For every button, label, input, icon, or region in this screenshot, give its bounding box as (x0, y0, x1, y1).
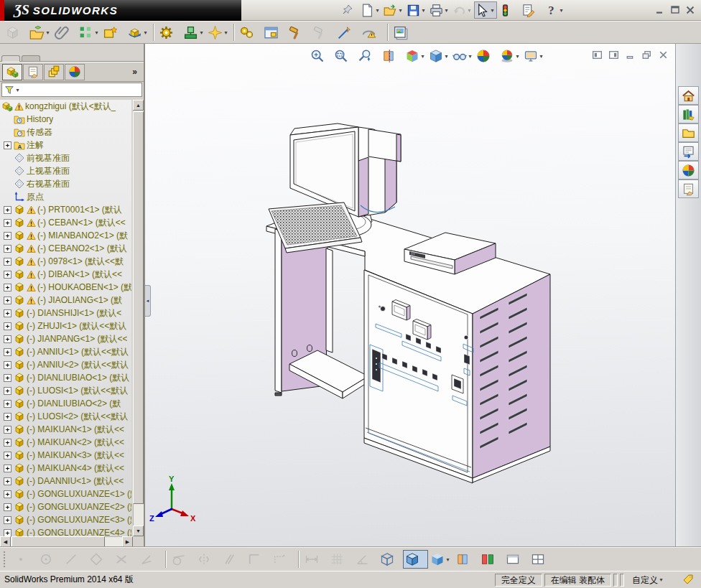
doc-minimize-button[interactable] (624, 49, 636, 61)
menu-item[interactable] (317, 8, 329, 12)
insert-components-flyout[interactable]: ▾ (28, 22, 52, 42)
design-library-button[interactable] (678, 105, 699, 123)
expand-plus-icon[interactable]: + (4, 387, 11, 395)
filter-funnel-icon[interactable] (4, 85, 14, 95)
expand-plus-icon[interactable]: + (4, 361, 11, 369)
assembly-visualization-button[interactable]: ▾ (478, 550, 503, 569)
expand-plus-icon[interactable]: + (4, 297, 11, 304)
tree-component[interactable]: + (-) PRT0001<1> (默认 (0, 203, 131, 216)
tree-component[interactable]: + (-) DIANSHIJI<1> (默认< (0, 307, 131, 319)
tree-component[interactable]: + (-) DAANNIU<1> (默认<< (0, 475, 131, 487)
expand-plus-icon[interactable]: + (4, 529, 11, 537)
tree-component[interactable]: + (-) DIANLIUBIAO<2> (默 (0, 397, 131, 410)
expand-plus-icon[interactable]: + (4, 206, 11, 214)
scroll-right-button[interactable]: ▶ (122, 536, 133, 547)
chevron-down-icon[interactable]: ▾ (93, 29, 100, 36)
tree-root-assembly[interactable]: + kongzhigui (默认<默认_ (0, 100, 131, 113)
tree-component[interactable]: + (-) MAIKUAN<3> (默认<< (0, 449, 131, 462)
tree-component[interactable]: + (-) GONGLUXUANZE<2> (默 (0, 500, 131, 513)
tree-sensors[interactable]: + 传感器 (0, 126, 131, 139)
display-shaded-button[interactable]: ▾ (428, 550, 453, 569)
tree-history[interactable]: + History (0, 113, 131, 126)
assembly-xpert-button[interactable]: ▾ (262, 22, 287, 42)
tree-vertical-scrollbar[interactable]: ▲ ▼ (133, 100, 144, 536)
zoom-to-selection-button[interactable]: ▾ (356, 47, 380, 65)
preview-window-button[interactable]: ▾ (391, 22, 416, 42)
edit-appearance-button[interactable]: ▾ (475, 47, 498, 65)
relation-parallel-button[interactable]: ▾ (220, 550, 245, 569)
toolbar-grip-handle[interactable] (4, 551, 9, 567)
window-minimize-button[interactable] (652, 3, 667, 18)
grid-button[interactable]: ▾ (328, 550, 353, 569)
chevron-down-icon[interactable]: ▾ (142, 29, 149, 36)
expand-plus-icon[interactable]: + (4, 374, 11, 382)
sketch-line-button[interactable]: ▾ (62, 550, 87, 569)
scroll-left-button[interactable]: ◀ (0, 536, 11, 547)
tree-component[interactable]: + (-) MAIKUAN<4> (默认<< (0, 462, 131, 475)
chevron-down-icon[interactable]: ▾ (467, 53, 473, 60)
edit-component-button[interactable]: ▾ (287, 22, 311, 42)
tree-component[interactable]: + (-) MIANBANO2<1> (默 (0, 229, 131, 242)
expand-plus-icon[interactable]: + (4, 335, 11, 343)
tree-component[interactable]: + (-) GONGLUXUANZE<1> (默 (0, 487, 131, 500)
expand-plus-icon[interactable]: + (4, 426, 11, 434)
rebuild-button[interactable]: ▾ (497, 1, 520, 19)
menu-item[interactable] (329, 8, 340, 12)
view-palette-button[interactable] (678, 142, 699, 161)
relation-trace-button[interactable]: ▾ (270, 550, 295, 569)
component-pattern-button[interactable]: ▾ (77, 22, 101, 42)
chevron-down-icon[interactable]: ▾ (445, 556, 451, 563)
displaymanager-tab[interactable] (65, 64, 85, 80)
tree-component[interactable]: + (-) 0978<1> (默认<<默 (0, 255, 131, 268)
chevron-down-icon[interactable]: ▾ (198, 29, 205, 36)
zoom-to-area-button[interactable]: ▾ (333, 47, 356, 65)
tree-component[interactable]: + (-) CEBANO2<1> (默认 (0, 242, 131, 255)
tree-right-plane[interactable]: + 右视基准面 (0, 177, 131, 190)
chevron-down-icon[interactable]: ▾ (223, 29, 229, 36)
expand-plus-icon[interactable]: + (4, 271, 11, 279)
tree-horizontal-scrollbar[interactable]: ◀ ▶ (0, 536, 133, 547)
doc-restore-button[interactable] (641, 49, 653, 61)
chevron-down-icon[interactable]: ▾ (658, 574, 664, 586)
options-button[interactable]: ▾ (520, 1, 543, 19)
appearances-scenes-button[interactable] (678, 161, 699, 179)
apply-scene-button[interactable]: ▾ (498, 47, 522, 65)
chevron-down-icon[interactable]: ▾ (443, 7, 450, 14)
status-custom-dropdown[interactable]: 自定义 ▾ (626, 574, 670, 587)
tree-component[interactable]: + (-) ANNIU<1> (默认<<默认 (0, 345, 131, 358)
section-view-button[interactable]: ▾ (380, 47, 404, 65)
status-tag-icon[interactable] (682, 574, 695, 587)
expand-plus-icon[interactable]: + (4, 322, 11, 330)
tab-assembly[interactable] (1, 55, 20, 62)
sketch-circle-button[interactable]: ▾ (37, 550, 62, 569)
sketch-cross-button[interactable]: ▾ (112, 550, 137, 569)
relation-mirror-button[interactable]: ▾ (195, 550, 220, 569)
chevron-down-icon[interactable]: ▾ (419, 53, 426, 60)
tree-component[interactable]: + (-) ANNIU<2> (默认<<默认 (0, 358, 131, 371)
new-motion-study-button[interactable]: ▾ (238, 22, 262, 42)
graphics-viewport[interactable]: Y X Z ▾ ▾ ▾ ▾ ▾ (145, 44, 675, 547)
help-button[interactable]: ? ▾ (543, 1, 566, 19)
relation-corner-button[interactable]: ▾ (245, 550, 270, 569)
edit-component-disabled-button[interactable]: ▾ (311, 22, 335, 42)
propertymanager-tab[interactable] (23, 64, 43, 80)
smart-fasteners-button[interactable]: ▾ (101, 22, 126, 42)
display-style-button[interactable]: ▾ (427, 47, 451, 65)
display-wireframe-button[interactable]: ▾ (378, 550, 403, 569)
expand-plus-icon[interactable]: + (4, 516, 11, 524)
sketch-polygon-button[interactable]: ▾ (87, 550, 112, 569)
tree-component[interactable]: + (-) GONGLUXUANZE<4> (默 (0, 526, 131, 536)
view-orientation-button[interactable]: ▾ (404, 47, 427, 65)
assembly-features-button[interactable]: ▾ (157, 22, 182, 42)
chevron-down-icon[interactable]: ▾ (514, 53, 521, 60)
file-explorer-button[interactable] (678, 123, 699, 142)
expand-plus-icon[interactable]: + (4, 465, 11, 472)
new-document-button[interactable]: ▾ (359, 1, 382, 19)
menu-item[interactable] (294, 8, 306, 12)
relation-tangent-button[interactable]: ▾ (170, 550, 195, 569)
menu-item[interactable] (271, 8, 283, 12)
open-button[interactable]: ▾ (382, 1, 405, 19)
expand-plus-icon[interactable]: + (4, 413, 11, 421)
menu-item[interactable] (249, 8, 260, 12)
expand-plus-icon[interactable]: + (4, 490, 11, 498)
